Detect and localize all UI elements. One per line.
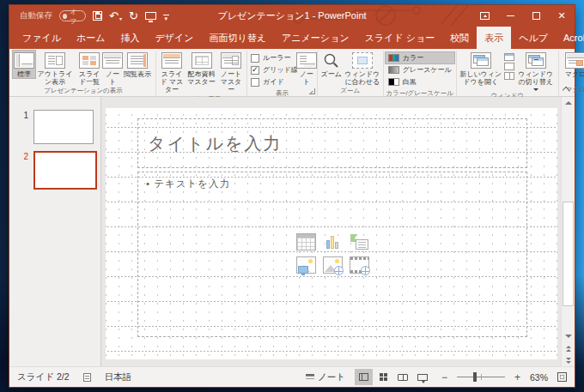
handout-master-button[interactable]: 配布資料 マスター [186, 51, 217, 86]
ribbon-display-options-icon[interactable] [471, 5, 497, 27]
tab-animations[interactable]: アニメーション [274, 27, 357, 49]
checkbox-icon [251, 78, 259, 87]
group-presentation-views: 標準 アウトライン表示 スライド一覧 ノート [11, 51, 156, 96]
title-placeholder[interactable]: タイトルを入力 [137, 118, 527, 168]
undo-dropdown-icon[interactable]: ▾ [119, 15, 122, 21]
group-color-grayscale: カラー グレースケール 白黒 カラー/グレースケール [384, 51, 457, 96]
dialog-launcher-icon[interactable] [309, 88, 315, 94]
ruler-checkbox[interactable]: ルーラー [251, 53, 298, 63]
slide-thumbnail-2[interactable]: 2 [9, 151, 100, 190]
tab-file[interactable]: ファイル [15, 27, 69, 49]
desktop: 自動保存 オフ ↶▾ ↻ ▾ プレゼンテーション1 - PowerPoint ✕ [0, 0, 584, 392]
insert-smartart-icon[interactable] [350, 233, 369, 250]
tab-acrobat[interactable]: Acrobat [556, 27, 584, 49]
quick-access-toolbar: 自動保存 オフ ↶▾ ↻ ▾ [9, 10, 169, 21]
insert-picture-icon[interactable] [296, 256, 316, 274]
group-master-views: スライド マスター 配布資料 マスター ノート マスター マスター表示 [156, 51, 247, 96]
next-slide-icon[interactable] [562, 354, 575, 366]
minimize-icon[interactable] [497, 5, 523, 27]
accessibility-checker-icon[interactable] [83, 373, 91, 382]
notes-master-button[interactable]: ノート マスター [217, 51, 245, 94]
normal-view-icon[interactable] [355, 369, 373, 385]
scrollbar-thumb[interactable] [563, 202, 574, 305]
fit-to-window-button[interactable]: ウィンドウに合わせる [344, 51, 381, 86]
insert-chart-icon[interactable] [323, 233, 343, 250]
main-area: 1 2 タイトルを入力 • テキストを入力 [9, 97, 575, 366]
slide-sorter-button[interactable]: スライド一覧 [75, 51, 104, 86]
ribbon-tabs: ファイル ホーム 挿入 デザイン 画面切り替え アニメーション スライド ショー… [9, 27, 575, 49]
language-indicator[interactable]: 日本語 [105, 371, 132, 383]
slide-canvas: タイトルを入力 • テキストを入力 [101, 97, 561, 366]
grayscale-icon [388, 66, 399, 74]
zoom-level[interactable]: 63% [530, 372, 548, 383]
notes-toggle-button[interactable]: ノート [306, 371, 345, 383]
slide-thumbnail-1[interactable]: 1 [9, 110, 100, 144]
tab-review[interactable]: 校閲 [442, 27, 477, 49]
color-button[interactable]: カラー [386, 52, 454, 63]
online-pictures-icon[interactable] [323, 256, 343, 274]
maximize-icon[interactable] [523, 5, 549, 27]
zoom-out-icon[interactable]: − [441, 373, 447, 382]
redo-icon[interactable]: ↻ [129, 10, 138, 21]
notes-master-icon [221, 52, 241, 69]
notes-button[interactable]: ノート [298, 51, 315, 86]
close-icon[interactable]: ✕ [549, 5, 575, 27]
scroll-down-icon[interactable] [562, 330, 575, 342]
gridlines-checkbox[interactable]: グリッド線 [251, 65, 298, 75]
tab-home[interactable]: ホーム [69, 27, 113, 49]
insert-video-icon[interactable] [350, 256, 369, 274]
group-zoom: ズーム ウィンドウに合わせる ズーム [318, 51, 384, 96]
content-placeholder[interactable]: • テキストを入力 [137, 172, 527, 337]
powerpoint-window: 自動保存 オフ ↶▾ ↻ ▾ プレゼンテーション1 - PowerPoint ✕ [9, 4, 575, 388]
autosave-toggle[interactable]: オフ [59, 10, 86, 21]
zoom-button[interactable]: ズーム [319, 51, 344, 78]
notes-page-button[interactable]: ノート [104, 51, 121, 86]
tab-design[interactable]: デザイン [148, 27, 202, 49]
color-icon [388, 54, 399, 62]
thumbnail-image[interactable] [33, 151, 97, 190]
start-slideshow-icon[interactable] [145, 12, 156, 20]
zoom-slider[interactable] [457, 372, 505, 382]
tab-slideshow[interactable]: スライド ショー [357, 27, 443, 49]
tab-view[interactable]: 表示 [477, 27, 511, 49]
slide-sorter-icon[interactable] [374, 369, 392, 385]
vertical-scrollbar[interactable] [561, 97, 575, 366]
move-split-icon[interactable] [504, 72, 514, 80]
group-window: 新しいウィンドウを開く ウィンドウの切り替え ウィンドウ [457, 51, 559, 96]
black-white-button[interactable]: 白黒 [386, 76, 454, 87]
black-white-icon [388, 78, 399, 86]
magnifier-icon [323, 52, 339, 69]
slide-master-button[interactable]: スライド マスター [158, 51, 186, 94]
tab-insert[interactable]: 挿入 [113, 27, 148, 49]
scroll-up-icon[interactable] [562, 97, 575, 109]
macros-button[interactable]: マクロ [561, 51, 584, 78]
arrange-all-icon[interactable] [504, 53, 514, 61]
new-window-button[interactable]: 新しいウィンドウを開く [459, 51, 503, 86]
slideshow-icon[interactable] [414, 369, 432, 385]
titlebar: 自動保存 オフ ↶▾ ↻ ▾ プレゼンテーション1 - PowerPoint ✕ [9, 5, 575, 27]
title-placeholder-text: タイトルを入力 [148, 132, 282, 155]
grayscale-button[interactable]: グレースケール [386, 64, 454, 75]
reading-view-button[interactable]: 閲覧表示 [121, 51, 154, 78]
slide-editing-surface[interactable]: タイトルを入力 • テキストを入力 [106, 108, 557, 359]
fit-slide-to-window-icon[interactable] [557, 372, 567, 382]
customize-qat-icon[interactable]: ▾ [163, 12, 169, 21]
switch-windows-button[interactable]: ウィンドウの切り替え [515, 51, 557, 91]
insert-table-icon[interactable] [296, 233, 316, 250]
outline-view-button[interactable]: アウトライン表示 [35, 51, 75, 86]
tab-transitions[interactable]: 画面切り替え [202, 27, 275, 49]
slide-master-icon [161, 52, 182, 69]
save-icon[interactable] [93, 11, 102, 21]
previous-slide-icon[interactable] [562, 342, 575, 354]
zoom-slider-thumb[interactable] [473, 372, 477, 382]
tab-help[interactable]: ヘルプ [511, 27, 556, 49]
notes-pane-icon [306, 374, 314, 381]
normal-view-button[interactable]: 標準 [13, 51, 35, 78]
scrollbar-track[interactable] [562, 109, 575, 330]
undo-icon[interactable]: ↶ [109, 10, 119, 21]
guides-checkbox[interactable]: ガイド [251, 77, 298, 87]
reading-view-icon[interactable] [394, 369, 412, 385]
cascade-icon[interactable] [504, 63, 514, 70]
zoom-in-icon[interactable]: + [514, 373, 520, 382]
thumbnail-image[interactable] [33, 110, 94, 144]
